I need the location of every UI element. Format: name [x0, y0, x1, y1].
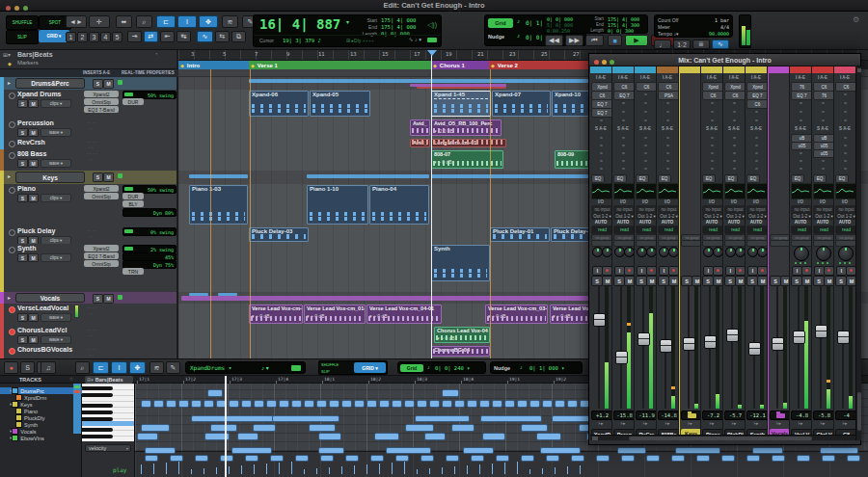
eq-curve-display[interactable]: [636, 183, 657, 199]
mix-titlebar[interactable]: Mix: Can't Get Enough - Intro: [589, 54, 860, 66]
mute-button[interactable]: M: [713, 276, 723, 286]
marker-intro[interactable]: ◆Intro: [178, 61, 250, 69]
midi-clip[interactable]: Synth: [431, 245, 490, 281]
link-timeline-icon[interactable]: ∿: [197, 31, 213, 42]
zoom-horizontal-icon[interactable]: ◄►: [66, 15, 87, 28]
track-row-verseleadvocal[interactable]: VerseLeadVocalSMwave ▾· · · ·· ·: [0, 304, 178, 327]
pan-knob[interactable]: [838, 246, 854, 261]
marker-chorus-1[interactable]: ◆Chorus 1: [431, 61, 490, 69]
metronome-icon[interactable]: ♩: [654, 40, 671, 49]
selector-tool-icon[interactable]: I: [177, 15, 197, 28]
fast-forward-button[interactable]: ▶▶: [565, 35, 583, 46]
midi-clip[interactable]: Xpand-06: [249, 91, 309, 117]
rtp-value[interactable]: 0% swing: [122, 227, 176, 236]
track-name[interactable]: Vocals: [15, 293, 85, 303]
volume-fader[interactable]: [815, 325, 827, 338]
midi-clip[interactable]: Piano-04: [369, 185, 429, 225]
editor-track-item-vocals[interactable]: ▾ Vocals: [0, 428, 82, 435]
midi-clip[interactable]: Pluck Delay-01: [490, 227, 550, 242]
track-name[interactable]: ChorusBGVocals: [17, 346, 72, 353]
rewind-button[interactable]: ◀◀: [545, 35, 563, 46]
record-enable-button[interactable]: [735, 266, 746, 276]
record-enable-button[interactable]: [9, 329, 15, 335]
zoom-vertical-icon[interactable]: ✛: [89, 15, 110, 28]
grabber-tool-icon[interactable]: ✥: [199, 15, 218, 28]
mute-button[interactable]: M: [692, 276, 701, 286]
tempo-conductor-icon[interactable]: ∿: [712, 40, 729, 49]
mute-button[interactable]: M: [103, 79, 114, 89]
track-name[interactable]: Synth: [17, 245, 36, 252]
piano-keyboard[interactable]: [82, 384, 135, 441]
insert-slot[interactable]: EQ3 7-Band: [84, 252, 119, 259]
track-view-selector[interactable]: wave ▾: [41, 335, 71, 344]
notation-icon[interactable]: ♫: [41, 361, 56, 374]
volume-fader[interactable]: [748, 342, 761, 356]
record-enable-button[interactable]: [602, 266, 612, 276]
rtp-chip[interactable]: DUR: [122, 98, 144, 105]
selector-tool-icon[interactable]: I: [111, 361, 127, 374]
trim-tool-icon[interactable]: ⊏: [156, 15, 176, 28]
track-row-piano[interactable]: PianoSMclips ▾Xpand2OmniStp50% swingDURB…: [0, 184, 178, 227]
group-assignment[interactable]: [724, 240, 746, 247]
edit-titlebar[interactable]: Edit: Can't Get Enough - Intro: [0, 0, 868, 12]
automation-mode[interactable]: read: [591, 225, 612, 234]
track-name[interactable]: ChorusLeadVcl: [17, 327, 67, 333]
audio-clip[interactable]: Verse Lead Vox-cm-l▾ + 0 dB: [249, 305, 303, 324]
output-selector[interactable]: Out 1-2 ▾: [724, 212, 746, 220]
mute-button[interactable]: M: [801, 276, 812, 286]
mute-button[interactable]: M: [824, 276, 834, 286]
track-view-selector[interactable]: wave ▾: [41, 159, 71, 168]
solo-button[interactable]: S: [17, 159, 28, 168]
output-selector[interactable]: Out 1-2 ▾: [702, 212, 723, 220]
mute-button[interactable]: M: [780, 276, 790, 286]
audio-clip[interactable]: Verse Lead Vox▾ + 0 dB: [550, 305, 593, 324]
zoom-preset-2[interactable]: 2: [77, 32, 88, 42]
grid-display-icon[interactable]: ⊞▾: [3, 51, 11, 58]
audio-clip[interactable]: Avid_: [410, 139, 430, 147]
pan-knob-right[interactable]: [646, 247, 657, 257]
return-to-zero-button[interactable]: ⏮: [585, 35, 604, 46]
automation-mode[interactable]: read: [724, 225, 746, 234]
track-name[interactable]: Piano: [17, 185, 36, 192]
pan-knob-right[interactable]: [713, 247, 723, 257]
insert-slot[interactable]: Xpand2: [84, 91, 119, 97]
volume-fader[interactable]: [726, 329, 739, 342]
session-setup-panel[interactable]: Count Off1 barMeter4/4Tempo ♪▾90.0000: [654, 14, 733, 38]
eq-curve-display[interactable]: [591, 183, 612, 199]
solo-button[interactable]: S: [93, 294, 103, 304]
tab-to-transient-icon[interactable]: ⇥: [127, 31, 142, 42]
audio-clip[interactable]: Chorus BG-04: [431, 346, 490, 357]
eq-chip[interactable]: EQ: [724, 174, 738, 183]
insert-slot[interactable]: EQ3 7-Band: [84, 106, 119, 113]
output-selector[interactable]: Out 1-2 ▾: [835, 212, 855, 220]
edit-mode-slip[interactable]: SLIP: [6, 30, 39, 44]
group-assignment[interactable]: [613, 240, 635, 247]
track-view-selector[interactable]: wave ▾: [41, 128, 71, 137]
midi-clip[interactable]: Xpand-10: [552, 91, 593, 117]
eq-curve-display[interactable]: [835, 183, 855, 199]
pan-knob-right[interactable]: [624, 247, 635, 257]
group-assignment[interactable]: [636, 240, 657, 247]
output-selector[interactable]: Out 1-2 ▾: [791, 212, 812, 220]
record-enable-button[interactable]: [668, 266, 679, 276]
rtp-value[interactable]: Dyn 80%: [122, 208, 176, 217]
midi-clip[interactable]: Xpand 1-45: [431, 91, 491, 117]
track-row-synth[interactable]: SynthSMclips ▾Xpand2EQ3 7-BandOmniStp2% …: [0, 244, 178, 293]
solo-button[interactable]: S: [93, 172, 103, 182]
pan-knob-right[interactable]: [735, 247, 746, 257]
record-enable-button[interactable]: [9, 247, 15, 253]
track-view-selector[interactable]: clips ▾: [41, 194, 71, 202]
eq-curve-display[interactable]: [791, 183, 812, 199]
markers-label[interactable]: Markers: [17, 60, 39, 66]
zoomer-tool-icon[interactable]: ⌕: [136, 15, 152, 28]
mute-button[interactable]: M: [28, 99, 39, 108]
audio-clip[interactable]: Long Verb.cm-01: [431, 139, 506, 147]
grabber-tool-icon[interactable]: ✥: [129, 361, 146, 374]
editor-track-selector[interactable]: XpandDrums ▾♪ ▾: [185, 361, 306, 374]
automation-mode[interactable]: read: [813, 225, 834, 234]
pencil-tool-icon[interactable]: ✎: [166, 361, 180, 374]
volume-fader[interactable]: [637, 332, 650, 346]
insertion-group-icon[interactable]: ⧉: [231, 31, 246, 42]
solo-button[interactable]: S: [17, 128, 28, 137]
rtp-chip[interactable]: BLY: [122, 200, 144, 207]
